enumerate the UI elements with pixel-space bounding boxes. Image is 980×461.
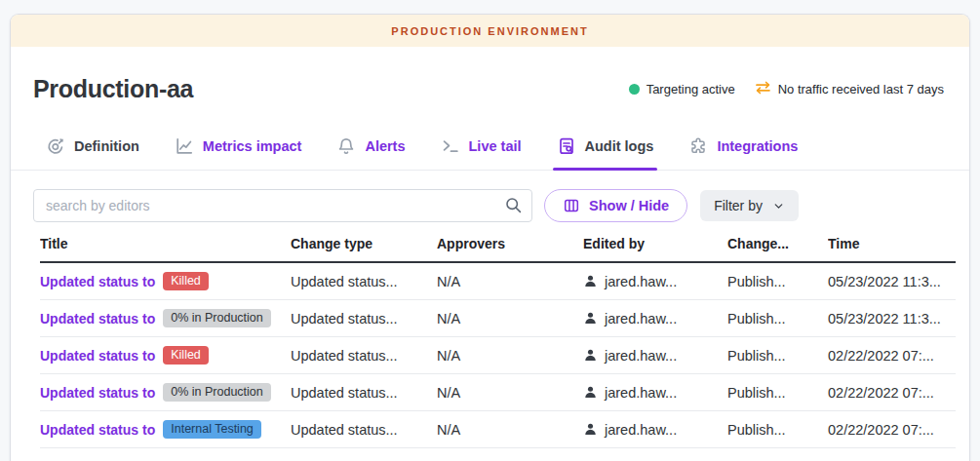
title-cell: Updated status to Killed <box>40 346 291 365</box>
edited-by-cell: jared.haw... <box>583 311 727 327</box>
traffic-status-label: No traffic received last 7 days <box>778 82 944 96</box>
approvers-cell: N/A <box>437 385 583 401</box>
time-cell: 02/22/2022 07:... <box>828 385 956 401</box>
time-cell: 05/23/2022 11:3... <box>828 274 956 289</box>
audit-title-link[interactable]: Updated status to <box>40 348 155 364</box>
tab-definition[interactable]: Definition <box>46 136 139 170</box>
title-cell: Updated status to Internal Testing <box>40 420 291 440</box>
column-header-edited-by: Edited by <box>583 236 727 251</box>
search-box <box>33 189 532 222</box>
person-icon <box>583 422 598 437</box>
status-badge: Killed <box>163 272 209 291</box>
person-icon <box>583 385 598 400</box>
audit-logs-icon <box>557 136 576 156</box>
column-header-change: Change... <box>727 236 828 251</box>
change-type-cell: Updated status... <box>291 274 437 289</box>
editor-name: jared.haw... <box>605 422 677 438</box>
change-cell: Publish... <box>727 348 828 364</box>
editor-name: jared.haw... <box>605 311 677 327</box>
column-header-change-type: Change type <box>291 236 437 251</box>
change-type-cell: Updated status... <box>291 422 437 438</box>
person-icon <box>583 348 598 363</box>
definition-icon <box>46 136 65 156</box>
columns-icon <box>563 197 580 214</box>
bell-icon <box>336 136 356 156</box>
time-cell: 02/22/2022 07:... <box>828 422 956 438</box>
audit-logs-table: Title Change type Approvers Edited by Ch… <box>11 236 969 448</box>
person-icon <box>583 311 598 326</box>
column-header-approvers: Approvers <box>437 236 583 251</box>
show-hide-button[interactable]: Show / Hide <box>544 189 687 222</box>
table-row: Updated status to 0% in Production Updat… <box>40 300 956 337</box>
status-badge: 0% in Production <box>163 383 271 403</box>
search-icon <box>504 196 523 218</box>
tab-label: Integrations <box>717 138 798 154</box>
traffic-status: No traffic received last 7 days <box>755 81 944 97</box>
approvers-cell: N/A <box>437 274 583 289</box>
title-cell: Updated status to 0% in Production <box>40 383 291 403</box>
page-header: Production-aa Targeting active No traffi… <box>11 60 969 117</box>
change-cell: Publish... <box>727 385 828 401</box>
edited-by-cell: jared.haw... <box>583 348 727 364</box>
targeting-status-label: Targeting active <box>647 82 735 96</box>
targeting-status: Targeting active <box>629 82 735 96</box>
tab-label: Definition <box>74 138 139 154</box>
change-cell: Publish... <box>727 311 828 327</box>
status-badge: Internal Testing <box>163 420 261 440</box>
edited-by-cell: jared.haw... <box>583 385 727 401</box>
metrics-impact-icon <box>175 136 194 156</box>
time-cell: 02/22/2022 07:... <box>828 348 956 364</box>
tab-label: Audit logs <box>585 138 654 154</box>
table-row: Updated status to Killed Updated status.… <box>40 263 956 300</box>
status-badge: Killed <box>163 346 209 365</box>
approvers-cell: N/A <box>437 422 583 438</box>
person-icon <box>583 274 598 288</box>
tab-live-tail[interactable]: Live tail <box>441 136 522 170</box>
tab-audit-logs[interactable]: Audit logs <box>557 136 654 170</box>
time-cell: 05/23/2022 11:3... <box>828 311 956 327</box>
tab-label: Alerts <box>365 138 405 154</box>
environment-card: PRODUCTION ENVIRONMENT Production-aa Tar… <box>10 14 970 461</box>
change-type-cell: Updated status... <box>291 385 437 401</box>
tab-metrics-impact[interactable]: Metrics impact <box>175 136 302 170</box>
show-hide-label: Show / Hide <box>589 198 669 213</box>
title-cell: Updated status to 0% in Production <box>40 309 291 328</box>
green-dot-icon <box>629 84 640 95</box>
tab-bar: Definition Metrics impact Alerts <box>11 136 969 171</box>
edited-by-cell: jared.haw... <box>583 274 727 289</box>
column-header-title: Title <box>40 236 291 251</box>
change-cell: Publish... <box>727 422 828 438</box>
change-type-cell: Updated status... <box>291 348 437 364</box>
environment-banner: PRODUCTION ENVIRONMENT <box>11 15 969 47</box>
column-header-time: Time <box>828 236 956 251</box>
audit-title-link[interactable]: Updated status to <box>40 385 155 401</box>
environment-banner-label: PRODUCTION ENVIRONMENT <box>391 25 588 37</box>
toolbar: Show / Hide Filter by <box>11 189 969 222</box>
puzzle-icon <box>688 136 708 156</box>
page-title: Production-aa <box>33 75 193 103</box>
search-input[interactable] <box>33 189 532 222</box>
status-badge: 0% in Production <box>163 309 271 328</box>
table-header-row: Title Change type Approvers Edited by Ch… <box>40 236 956 263</box>
editor-name: jared.haw... <box>605 348 677 364</box>
title-cell: Updated status to Killed <box>40 272 291 291</box>
audit-title-link[interactable]: Updated status to <box>40 311 155 327</box>
table-row: Updated status to 0% in Production Updat… <box>40 374 956 411</box>
table-row: Updated status to Internal Testing Updat… <box>40 411 956 448</box>
filter-by-label: Filter by <box>714 198 763 213</box>
approvers-cell: N/A <box>437 348 583 364</box>
audit-title-link[interactable]: Updated status to <box>40 274 155 289</box>
traffic-arrows-icon <box>755 81 771 97</box>
table-row: Updated status to Killed Updated status.… <box>40 337 956 374</box>
change-cell: Publish... <box>727 274 828 289</box>
terminal-icon <box>441 136 460 156</box>
edited-by-cell: jared.haw... <box>583 422 727 438</box>
editor-name: jared.haw... <box>605 385 677 401</box>
filter-by-button[interactable]: Filter by <box>700 190 799 221</box>
tab-integrations[interactable]: Integrations <box>688 136 798 170</box>
editor-name: jared.haw... <box>605 274 677 289</box>
tab-alerts[interactable]: Alerts <box>336 136 405 170</box>
tab-label: Metrics impact <box>203 138 302 154</box>
audit-title-link[interactable]: Updated status to <box>40 422 155 438</box>
approvers-cell: N/A <box>437 311 583 327</box>
